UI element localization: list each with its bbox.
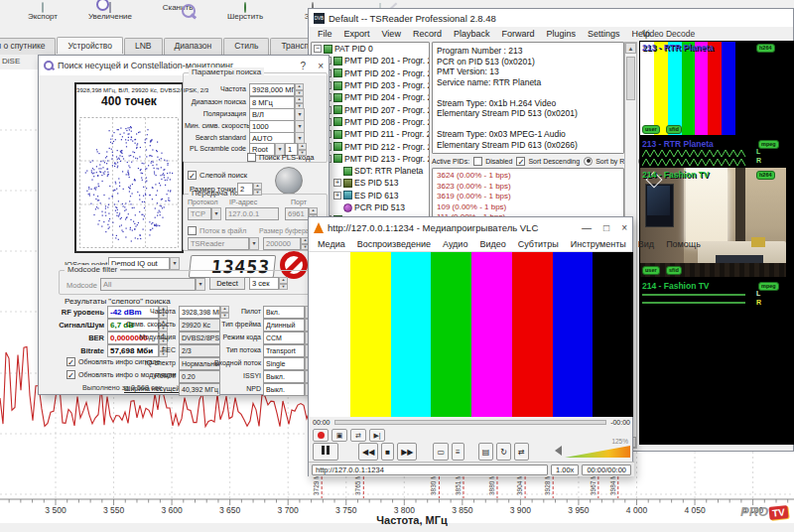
menu-playback[interactable]: Playback bbox=[449, 28, 495, 40]
results-title: Результаты "слепого" поиска bbox=[65, 297, 171, 306]
ab-loop-button[interactable]: ⇄ bbox=[350, 429, 366, 442]
constellation-scatter bbox=[78, 116, 180, 249]
snapshot-button[interactable]: ▣ bbox=[331, 429, 347, 442]
toolbar-button-2[interactable]: Увеличение bbox=[81, 2, 139, 38]
blind-search-checkbox[interactable]: ✓Слепой поиск bbox=[188, 171, 247, 180]
scrollbar-thumb[interactable] bbox=[626, 57, 635, 100]
tab-5[interactable]: Стиль bbox=[223, 38, 269, 55]
shuffle-button[interactable]: ⇄ bbox=[514, 443, 529, 461]
video-thumbnail-213[interactable] bbox=[640, 42, 786, 135]
help-button[interactable]: ? bbox=[301, 61, 307, 71]
vlc-titlebar[interactable]: http://127.0.0.1:1234 - Медиапроигрывате… bbox=[309, 217, 632, 237]
globe-icon bbox=[275, 167, 303, 195]
minimize-button[interactable]: — bbox=[582, 222, 592, 233]
menu-export[interactable]: Export bbox=[339, 28, 375, 40]
video-thumbnail-214[interactable] bbox=[640, 168, 786, 277]
menu-file[interactable]: File bbox=[313, 28, 337, 40]
vlc-window[interactable]: http://127.0.0.1:1234 - Медиапроигрывате… bbox=[308, 216, 633, 476]
badge-user-2: user bbox=[642, 266, 660, 275]
checkbox-icon[interactable]: ✓ bbox=[516, 157, 525, 166]
detect-button[interactable]: Detect bbox=[209, 277, 245, 290]
stop-button[interactable]: ■ bbox=[381, 443, 394, 461]
expand-icon[interactable]: + bbox=[333, 179, 341, 187]
collapse-icon[interactable]: − bbox=[314, 45, 322, 53]
info-label-5: IQ-спектр bbox=[124, 359, 176, 366]
toolbar-button-1[interactable]: Экспорт bbox=[14, 2, 71, 38]
expand-icon[interactable]: + bbox=[333, 192, 341, 200]
checkbox-icon[interactable]: ✓ bbox=[66, 357, 75, 366]
checkbox-icon[interactable]: ✓ bbox=[66, 370, 75, 379]
measure-label-1: RF уровень bbox=[51, 308, 104, 317]
vlc-menu-item[interactable]: Медиа bbox=[313, 238, 350, 250]
menu-plugins[interactable]: Plugins bbox=[541, 28, 581, 40]
tab-3[interactable]: LNB bbox=[124, 38, 163, 55]
handler-select: TSReader▾ bbox=[188, 237, 259, 250]
speaker-icon[interactable] bbox=[550, 446, 562, 456]
chevron-down-icon[interactable]: ▾ bbox=[170, 257, 180, 270]
menu-view[interactable]: View bbox=[377, 28, 406, 40]
menu-forward[interactable]: Forward bbox=[496, 28, 539, 40]
menu-settings[interactable]: Settings bbox=[583, 28, 625, 40]
tsreader-titlebar[interactable]: DVB Default -- TSReader Professional 2.8… bbox=[309, 9, 793, 27]
vlc-menu-item[interactable]: Вид bbox=[633, 238, 659, 250]
vlc-menu-item[interactable]: Воспроизведение bbox=[352, 238, 436, 250]
info-label-1: Частота bbox=[124, 308, 176, 315]
tab-2[interactable]: Устройство bbox=[57, 37, 122, 54]
pid-list-item[interactable]: 3623 (0.00% - 1 bps) bbox=[437, 182, 619, 193]
tsreader-menubar: FileExportViewRecordPlaybackForwardPlugi… bbox=[309, 27, 793, 41]
status-time: 00:00/00:00 bbox=[582, 465, 631, 475]
close-icon[interactable]: × bbox=[318, 61, 324, 71]
tree-node[interactable]: −PAT PID 0 bbox=[312, 43, 429, 55]
playlist-button[interactable]: ▤ bbox=[478, 443, 494, 461]
detect-interval-stepper[interactable]: 3 сек▲▼ bbox=[249, 277, 288, 290]
tree-node-label: PMT PID 207 - Progr. 207 bbox=[344, 105, 430, 115]
channel-213-audio-title: 213 - RTR Planeta bbox=[642, 139, 714, 149]
checkbox-icon[interactable] bbox=[247, 153, 256, 162]
mode-label-2: Тип фрейма bbox=[211, 321, 261, 328]
pid-list-item[interactable]: 3624 (0.00% - 1 bps) bbox=[437, 171, 619, 182]
pls-search-checkbox[interactable]: Поиск PLS-кода bbox=[247, 153, 314, 162]
param-control-1[interactable]: 3928,000 МГц▲▼ bbox=[249, 83, 304, 96]
scroll-up-icon[interactable]: ▲ bbox=[625, 43, 636, 54]
maximize-button[interactable]: □ bbox=[603, 222, 609, 233]
previous-button[interactable]: ◀◀ bbox=[358, 443, 378, 461]
disabled-checkbox[interactable]: Disabled bbox=[473, 157, 512, 166]
loop-button[interactable]: ↻ bbox=[496, 443, 511, 461]
close-icon[interactable]: × bbox=[621, 222, 627, 233]
playback-rate[interactable]: 1.00x bbox=[551, 465, 579, 475]
radio-icon[interactable] bbox=[584, 157, 593, 166]
checkbox-icon[interactable] bbox=[188, 226, 197, 235]
toolbar-button-3[interactable]: Сканить bbox=[149, 2, 206, 38]
vlc-menu-item[interactable]: Аудио bbox=[438, 238, 472, 250]
vlc-video-colorbars[interactable] bbox=[310, 252, 633, 417]
vlc-menu-item[interactable]: Видео bbox=[474, 238, 510, 250]
tab-4[interactable]: Диапазон bbox=[164, 38, 223, 55]
pid-list-item[interactable]: 3619 (0.00% - 1 bps) bbox=[437, 192, 619, 202]
pmt-icon bbox=[333, 93, 342, 102]
pid-list-item[interactable]: 109 (0.00% - 1 bps) bbox=[437, 202, 619, 213]
dot-size-stepper[interactable]: 2▲▼ bbox=[237, 183, 262, 196]
menu-record[interactable]: Record bbox=[408, 28, 447, 40]
tab-1[interactable]: Информация о спутнике bbox=[0, 38, 56, 55]
equalizer-button[interactable]: ≡ bbox=[452, 443, 464, 461]
pause-button[interactable] bbox=[313, 443, 338, 461]
checkbox-icon[interactable] bbox=[473, 157, 482, 166]
sort-descending-checkbox[interactable]: ✓Sort Descending bbox=[516, 157, 580, 166]
checkbox-icon[interactable]: ✓ bbox=[188, 171, 197, 180]
stepper[interactable]: ▲▼ bbox=[295, 83, 304, 96]
vlc-menu-item[interactable]: Субтитры bbox=[513, 238, 564, 250]
vlc-menu-item[interactable]: Инструменты bbox=[566, 238, 631, 250]
volume-slider[interactable] bbox=[565, 446, 630, 458]
seek-slider[interactable] bbox=[334, 420, 607, 425]
colorbar-4 bbox=[431, 252, 471, 417]
pcr-icon bbox=[343, 203, 352, 212]
fullscreen-button[interactable]: ▭ bbox=[433, 443, 449, 461]
frame-step-button[interactable]: ▶| bbox=[369, 429, 385, 442]
record-button[interactable] bbox=[313, 429, 329, 442]
vlc-menu-item[interactable]: Помощь bbox=[661, 238, 706, 250]
stream-col-label-1: Протокол bbox=[188, 199, 218, 205]
carrier-search-dialog[interactable]: Поиск несущей и Constellation-мониторинг… bbox=[38, 55, 330, 395]
stream-to-file-checkbox[interactable]: Поток в файл bbox=[188, 226, 246, 235]
toolbar-button-4[interactable]: Шерстить bbox=[216, 2, 274, 38]
next-button[interactable]: ▶▶ bbox=[397, 443, 417, 461]
